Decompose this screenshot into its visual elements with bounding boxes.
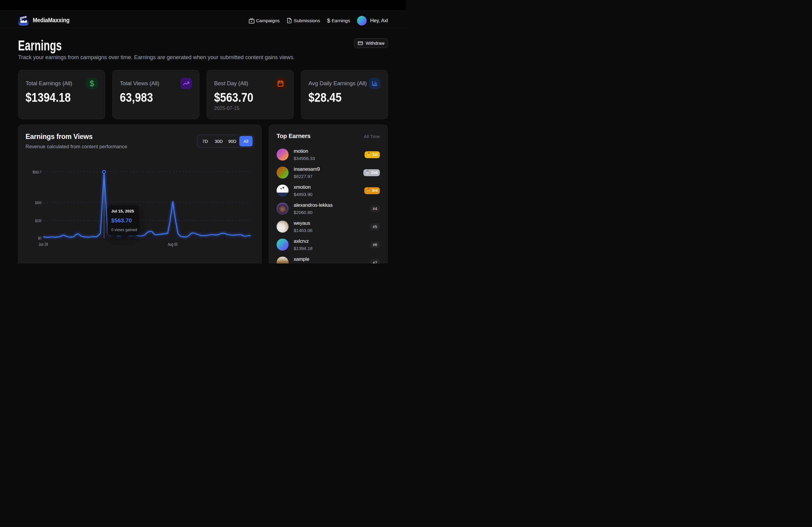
svg-text:2: 2 — [367, 172, 368, 175]
svg-text:Jun 28: Jun 28 — [39, 242, 48, 247]
svg-text:$300: $300 — [35, 200, 41, 205]
svg-text:3: 3 — [368, 190, 369, 192]
svg-text:1: 1 — [368, 154, 369, 156]
svg-text:Aug 05: Aug 05 — [168, 242, 178, 247]
svg-text:$563.7: $563.7 — [33, 169, 42, 174]
svg-text:$0: $0 — [38, 236, 42, 240]
svg-text:$150: $150 — [35, 218, 41, 223]
